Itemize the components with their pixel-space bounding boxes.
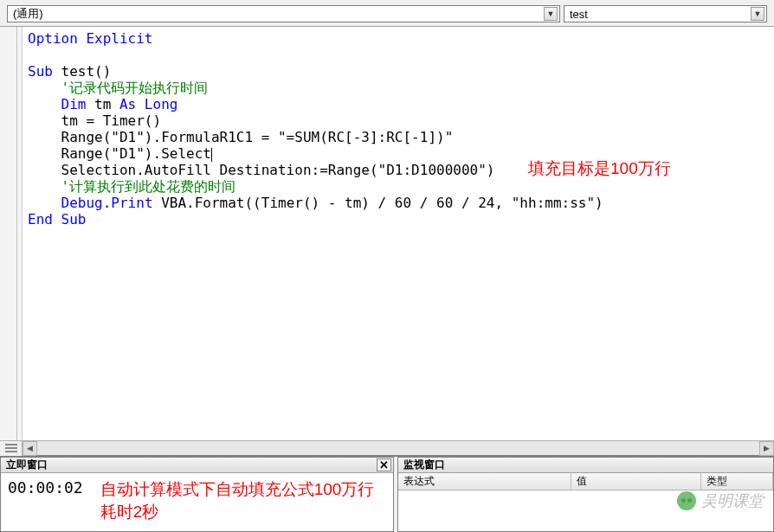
watch-window-title: 监视窗口 bbox=[403, 458, 445, 472]
watch-header-type[interactable]: 类型 bbox=[701, 473, 773, 490]
code-text: Option Explicit bbox=[28, 30, 153, 47]
chevron-down-icon[interactable]: ▼ bbox=[751, 7, 764, 21]
annotation-fill-target: 填充目标是100万行 bbox=[528, 160, 671, 176]
scroll-left-button[interactable]: ◀ bbox=[23, 441, 37, 456]
code-text: Sub bbox=[28, 63, 53, 80]
code-text: Range("D1").FormulaR1C1 = "=SUM(RC[-3]:R… bbox=[28, 129, 453, 145]
view-mode-toggle[interactable] bbox=[0, 441, 23, 456]
code-horizontal-scrollbar: ◀ ▶ bbox=[0, 440, 774, 455]
watch-header-value[interactable]: 值 bbox=[571, 473, 701, 490]
code-text: Dim bbox=[61, 96, 87, 112]
immediate-window-title: 立即窗口 bbox=[6, 458, 48, 472]
watch-body[interactable] bbox=[398, 490, 773, 531]
code-text: tm = Timer() bbox=[28, 112, 161, 129]
code-text bbox=[28, 96, 61, 112]
code-text: Print bbox=[111, 195, 152, 211]
code-text: Range("D1").Select bbox=[28, 145, 211, 162]
watch-column-headers: 表达式 值 类型 bbox=[398, 473, 773, 490]
immediate-output-time: 00:00:02 bbox=[8, 478, 83, 497]
code-text: Debug bbox=[61, 195, 103, 211]
watch-window-titlebar[interactable]: 监视窗口 bbox=[398, 458, 773, 473]
watch-header-expression[interactable]: 表达式 bbox=[398, 473, 571, 490]
watch-window: 监视窗口 表达式 值 类型 bbox=[397, 457, 774, 532]
code-text: End Sub bbox=[28, 211, 86, 228]
procedure-dropdown-value: test bbox=[570, 8, 588, 21]
procedure-dropdown[interactable]: test ▼ bbox=[564, 5, 767, 22]
immediate-window-titlebar[interactable]: 立即窗口 ✕ bbox=[1, 458, 393, 473]
annotation-timing-note: 自动计算模式下自动填充公式100万行耗时2秒 bbox=[100, 478, 386, 523]
code-comment: '记录代码开始执行时间 bbox=[28, 80, 208, 96]
code-editor: Option Explicit Sub test() '记录代码开始执行时间 D… bbox=[0, 27, 774, 440]
code-text: . bbox=[103, 195, 112, 211]
close-icon[interactable]: ✕ bbox=[377, 458, 391, 471]
text-cursor bbox=[211, 148, 212, 162]
object-dropdown[interactable]: (通用) ▼ bbox=[7, 5, 560, 22]
code-comment: '计算执行到此处花费的时间 bbox=[28, 178, 235, 195]
code-pane[interactable]: Option Explicit Sub test() '记录代码开始执行时间 D… bbox=[23, 27, 774, 440]
object-procedure-selectors: (通用) ▼ test ▼ bbox=[0, 0, 774, 27]
code-text bbox=[28, 195, 61, 211]
scroll-right-button[interactable]: ▶ bbox=[759, 441, 774, 456]
bottom-dock: 立即窗口 ✕ 00:00:02 自动计算模式下自动填充公式100万行耗时2秒 监… bbox=[0, 455, 774, 532]
code-text: VBA.Format((Timer() - tm) / 60 / 60 / 24… bbox=[153, 195, 603, 211]
immediate-window: 立即窗口 ✕ 00:00:02 自动计算模式下自动填充公式100万行耗时2秒 bbox=[0, 457, 394, 532]
chevron-down-icon[interactable]: ▼ bbox=[544, 7, 558, 21]
immediate-window-body[interactable]: 00:00:02 自动计算模式下自动填充公式100万行耗时2秒 bbox=[1, 473, 393, 531]
object-dropdown-value: (通用) bbox=[13, 6, 43, 22]
code-text: As Long bbox=[119, 96, 177, 112]
code-text: Selection.AutoFill Destination:=Range("D… bbox=[28, 162, 494, 178]
code-text: tm bbox=[86, 96, 119, 112]
code-text: test() bbox=[53, 63, 111, 80]
code-gutter bbox=[0, 27, 23, 440]
